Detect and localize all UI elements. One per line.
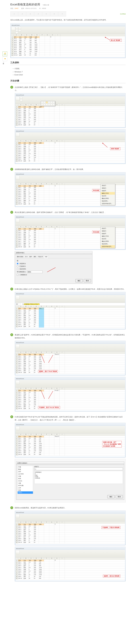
annotation-ctrl1: 选择H1单元格，按下【Ctrl+1】组合键调出"设置单元格格式"会话框: [102, 441, 122, 448]
article-id: 43636: [42, 8, 46, 9]
selection-highlight: [39, 308, 44, 328]
radio-checked[interactable]: [17, 266, 19, 267]
step-5: 5 复选框上面"选择"时，H1单元格将会显示"TRUE"，E列相应的单元格也会显…: [10, 333, 126, 413]
intro-paragraph: 在Excel表格上面，点击复选框时，可以显示出"选择"或"不选择"的状态。除了这…: [10, 18, 126, 22]
annotation-right-click: 单击右键: [92, 189, 100, 192]
formula-bar[interactable]: =IF($H$1=TRUE,C2*D2,""): [24, 304, 39, 305]
step-7-screenshot-b: Microsoft Excel ABCDEFGHI1货号品名单价数量金额☑2NO…: [15, 547, 126, 582]
tools-list: 计算机 Windows 7 Excel 2010: [13, 67, 126, 76]
step-7: 7 回到Excel表格界面，复选框不论选择与否，H1单元格都不会再显示。 Mic…: [10, 506, 126, 583]
ok-button[interactable]: 确定: [75, 279, 83, 282]
step-5-text: 复选框上面"选择"时，H1单元格将会显示"TRUE"，E列相应的单元格也会显示出…: [15, 333, 126, 340]
update-date: 2018-11-20 19:21: [26, 8, 37, 9]
step-num-5: 5: [10, 333, 13, 336]
step-6: 6 H1单元格显示的"TRUE"或"FALSE"可能会影响表格的美观，此时可以将…: [10, 416, 126, 504]
step-read-link[interactable]: 分步阅读: [120, 13, 126, 15]
dialog-title: 设置控件格式: [15, 251, 92, 254]
step-4: 4 E2单元格上面输入公式"=IF($H$1=TRUE,C2*D2,"")"，再…: [10, 288, 126, 331]
annotation-right-click-3: 单击右键: [92, 231, 100, 234]
annotation-false: 不选择时，显示"FALSE"和空白: [38, 406, 60, 409]
annotation-select: 选择时，显示出计算结果: [103, 575, 120, 578]
menu-order[interactable]: 叠放次序(R): [101, 197, 115, 200]
radio-unchecked[interactable]: [17, 263, 19, 264]
step-nav: 1 2 3 4 5 6 7 分步阅读: [10, 11, 126, 16]
step-2: 2 在刚刚绘制的复选框上面单击右键，选择"编辑文字"，之后改成所需要的文字。如：…: [10, 168, 126, 208]
step-num-7: 7: [10, 506, 13, 509]
vote-down-button[interactable]: 👎: [3, 56, 7, 61]
article-header: Excel表格复选框的使用 一播就火爆 浏览：33487 更新：2018-11-…: [10, 2, 126, 10]
tool-1: 计算机: [15, 68, 20, 70]
meta-info: 浏览：33487 更新：2018-11-20 19:21 ID：43636: [10, 8, 126, 10]
author-name[interactable]: 一播就火爆: [42, 4, 49, 6]
step-num-2: 2: [10, 168, 13, 171]
cell-link-input[interactable]: [27, 271, 43, 273]
step-1-text: 点击菜单栏上面的【开发工具】，【插入】，在"表单控件"下方选择"复选框（窗体控件…: [15, 86, 126, 92]
step-5-screenshot-b: Microsoft Excel ABCDEFGHI1货号品名单价数量金额FALS…: [15, 377, 126, 412]
intro-screenshot: Microsoft Excel ABCDEFGHI1货号品名单价数量金额☑2NO…: [10, 23, 126, 58]
step-num-3: 3: [10, 211, 13, 214]
nav-step-3[interactable]: 3: [26, 11, 34, 16]
methods-section-title: 方法/步骤: [10, 80, 126, 83]
step-7-screenshot-a: Microsoft Excel ABCDEFGHI1货号品名单价数量金额☐2NO…: [15, 510, 126, 545]
tools-section-title: 工具/原料: [10, 61, 126, 65]
form-controls-popup: [41, 101, 55, 106]
annotation-checkbox: 插入的"复选框": [110, 39, 122, 42]
step-1-screenshot-b: Microsoft Excel ABCDEFGHI1货号品名单价数量金额☐2NO…: [15, 129, 126, 164]
step-1: 1 点击菜单栏上面的【开发工具】，【插入】，在"表单控件"下方选择"复选框（窗体…: [10, 86, 126, 165]
annotation-no-select: 不选择时，不显示计算结果: [101, 526, 120, 529]
annotation-draw-checkbox: 绘制"复选框": [110, 147, 120, 150]
page-title: Excel表格复选框的使用: [10, 2, 40, 6]
menu-macro[interactable]: 指定宏(N)...: [101, 200, 115, 202]
nav-step-5[interactable]: 5: [42, 11, 50, 16]
step-7-text: 回到Excel表格界面，复选框不论选择与否，H1单元格都不会再显示。: [15, 506, 126, 509]
nav-step-2[interactable]: 2: [18, 11, 26, 16]
menu-paste[interactable]: 粘贴(P): [101, 190, 115, 192]
tool-2: Windows 7: [15, 71, 23, 73]
menu-edit-text[interactable]: 编辑文字(X): [101, 192, 115, 194]
cancel-button[interactable]: 取消: [84, 279, 91, 282]
vote-sidebar: 👍 有用 👎 投诉/反馈了: [3, 52, 8, 62]
format-control-dialog: 设置控件格式 颜色与线条 大小 保护 属性 可选文字 控制 值 未选择(U) 已…: [15, 251, 92, 284]
context-menu-3[interactable]: 剪切(T) 复制(C) 粘贴(P) 编辑文字(X) 组合(G) 叠放次序(R) …: [100, 227, 115, 248]
nav-step-6[interactable]: 6: [50, 11, 58, 16]
step-6-text: H1单元格显示的"TRUE"或"FALSE"可能会影响表格的美观，此时可以将它设…: [15, 416, 126, 422]
step-6-screenshot-a: Microsoft Excel ABCDEFGHI1货号品名单价数量金额TRUE…: [15, 423, 126, 458]
step-num-1: 1: [10, 86, 13, 88]
radio-mixed[interactable]: [17, 268, 19, 270]
menu-copy[interactable]: 复制(C): [101, 187, 115, 190]
step-1-screenshot-a: Microsoft Excel ABCDEFGHI1货号品名单价数量金额2NO.…: [15, 93, 126, 128]
menu-group[interactable]: 组合(G): [101, 194, 115, 197]
step-2-screenshot: Microsoft Excel ABCDEFGHI1货号品名单价数量金额☐2NO…: [15, 172, 126, 207]
format-cells-dialog: 设置单元格格式 常规 数值 货币 会计专用 日期 时间 百分比 分数 科学记数: [16, 462, 124, 500]
vote-up-button[interactable]: 👍 有用: [3, 52, 7, 56]
step-3-screenshot-a: Microsoft Excel ABCDEFGHI1货号品名单价数量金额☐2NO…: [15, 215, 126, 250]
step-4-screenshot: Microsoft Excel E2 fx =IF($H$1=TRUE,C2*D…: [15, 292, 126, 330]
nav-step-1[interactable]: 1: [10, 11, 18, 16]
checkbox-3d[interactable]: [17, 274, 19, 276]
nav-step-7[interactable]: 7: [58, 11, 66, 16]
view-count: 33487: [15, 8, 19, 9]
step-3-text: 再次在复选框上面单击右键，选择"设置单元格格式"，点击【控制】，在"单元格链接"…: [15, 211, 126, 214]
menu-format[interactable]: 设置控件格式(F)...: [101, 202, 115, 205]
step-6-screenshot-b: 设置单元格格式 常规 数值 货币 会计专用 日期 时间 百分比 分数 科学记数: [15, 459, 126, 502]
tool-3: Excel 2010: [15, 74, 23, 76]
menu-cut[interactable]: 剪切(T): [101, 184, 115, 187]
annotation-true: 选择时，显示"TRUE"和结果: [38, 370, 58, 373]
thumbs-down-icon: 👎: [4, 58, 6, 60]
value-label: 值: [17, 260, 90, 262]
nav-step-4[interactable]: 4: [34, 11, 42, 16]
context-menu[interactable]: 剪切(T) 复制(C) 粘贴(P) 编辑文字(X) 组合(G) 叠放次序(R) …: [100, 184, 115, 205]
step-2-text: 在刚刚绘制的复选框上面单击右键，选择"编辑文字"，之后改成所需要的文字。如：显示…: [15, 168, 126, 171]
vote-feedback-text: 投诉/反馈了: [3, 62, 4, 62]
custom-format-input[interactable]: [34, 468, 123, 470]
step-5-screenshot-a: Microsoft Excel ABCDEFGHI1货号品名单价数量金额TRUE…: [15, 341, 126, 376]
thumbs-up-icon: 👍: [4, 52, 6, 54]
step-num-6: 6: [10, 416, 13, 418]
step-3: 3 再次在复选框上面单击右键，选择"设置单元格格式"，点击【控制】，在"单元格链…: [10, 211, 126, 285]
step-num-4: 4: [10, 288, 13, 290]
step-4-text: E2单元格上面输入公式"=IF($H$1=TRUE,C2*D2,"")"，再向下…: [15, 288, 126, 290]
